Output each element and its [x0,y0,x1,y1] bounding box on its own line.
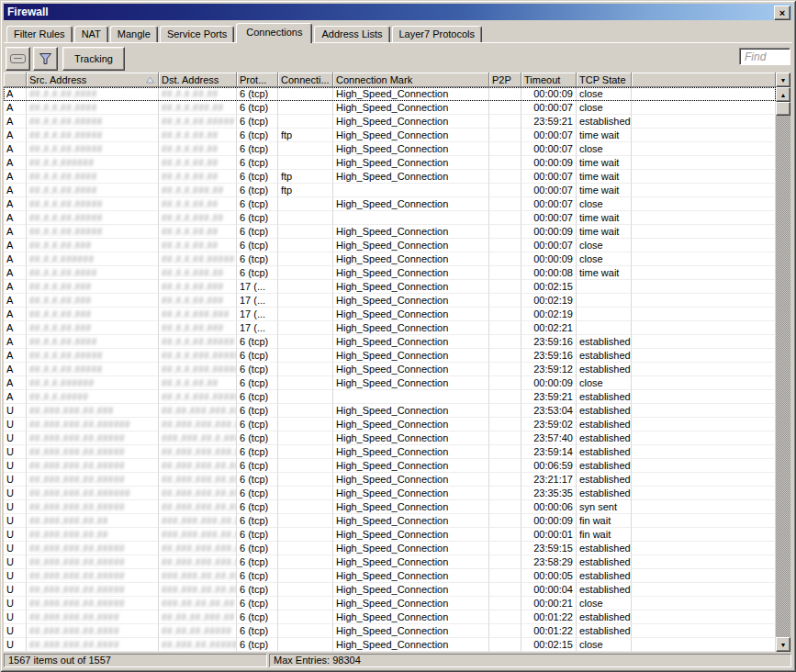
tab-layer7-protocols[interactable]: Layer7 Protocols [392,26,483,43]
redacted-address: ##.#.#.##.##### [29,213,103,223]
column-header-connection[interactable]: Connecti... [278,73,333,87]
column-header-proto[interactable]: Prot... [237,73,278,87]
tcp-state-cell: time wait [577,156,632,170]
tab-mangle[interactable]: Mangle [110,26,158,43]
column-header-tcp_state[interactable]: TCP State [577,73,632,87]
table-row[interactable]: A##.#.#.##.#####.#.#.##.###17 (...High_S… [4,294,776,308]
column-header-mark[interactable]: Connection Mark [333,73,489,87]
table-row[interactable]: U##.###.###.##.#######.###.###.###.#...6… [4,542,776,555]
connection-mark-cell: High_Speed_Connection [333,404,489,418]
table-row[interactable]: A##.#.#.##.#######.#.#.###.#####6 (tcp)H… [4,363,776,376]
tab-connections[interactable]: Connections [236,23,312,43]
p2p-cell [489,569,521,583]
table-row[interactable]: U##.###.###.##.#######.###.###.###.##6 (… [4,555,776,569]
redacted-address: ##.###.###.##.## [162,488,237,498]
connection-cell [278,349,333,363]
tab-filter-rules[interactable]: Filter Rules [6,26,73,43]
p2p-cell [489,459,521,473]
title-bar[interactable]: Firewall × [4,4,792,20]
table-row[interactable]: U##.###.###.##.########.###.###.##.##6 (… [4,487,776,500]
redacted-address: ##.#.#.##.##### [162,254,235,264]
table-row[interactable]: A##.#.#.##.######.#.#.##.##6 (tcp)High_S… [4,87,776,101]
table-row[interactable]: U##.###.###.##.#####.###.###.##.####6 (t… [4,528,776,542]
table-row[interactable]: A##.#.#.########.#.#.##.##6 (tcp)High_Sp… [4,156,776,170]
redacted-address: ##.#.#.##.##### [29,364,103,375]
redacted-address: ##.#.#.##.#### [29,268,97,278]
column-header-dst[interactable]: Dst. Address [159,73,237,87]
table-row[interactable]: U##.###.###.##.######.###.##.#####6 (tcp… [4,638,776,652]
scroll-down-button[interactable]: ▼ [776,637,790,652]
table-row[interactable]: U##.###.###.##.#####.##.###.###.#####6 (… [4,404,776,418]
tab-service-ports[interactable]: Service Ports [160,26,234,43]
src-address-cell: ##.###.###.##.#### [27,638,159,652]
tcp-state-cell: established [577,542,632,555]
table-row[interactable]: A##.#.#.##.#######.#.#.##.##6 (tcp)High_… [4,142,776,156]
status-items-count: 1567 items out of 1557 [4,654,267,667]
table-row[interactable]: U##.###.###.##.########.###.###.###.###6… [4,418,776,431]
table-row[interactable]: A##.#.#.#######.#.#.###.#####6 (tcp)23:5… [4,390,776,404]
scrollbar-thumb[interactable] [776,102,790,116]
table-row[interactable]: A##.#.#.##.#######.#.#.##.##6 (tcp)High_… [4,197,776,211]
table-row[interactable]: U##.###.###.##.########.###.##.##.##6 (t… [4,583,776,597]
tab-nat[interactable]: NAT [74,26,108,43]
filter-button[interactable] [33,47,58,71]
close-icon[interactable]: × [774,6,790,20]
table-row[interactable]: U##.###.###.##.#######.###.###.##.##6 (t… [4,500,776,514]
column-header-src[interactable]: Src. Address [27,73,159,87]
protocol-cell: 6 (tcp) [237,156,278,170]
find-input[interactable] [739,48,790,65]
table-row[interactable]: U##.###.###.##.#######.###.###.###.###6 … [4,445,776,459]
tcp-state-cell: established [577,487,632,500]
filler-cell [632,459,776,473]
table-row[interactable]: U##.###.###.##.######.##.##.###.##6 (tcp… [4,610,776,624]
table-row[interactable]: A##.#.#.##.#####.#.#.##.###17 (...High_S… [4,280,776,294]
table-row[interactable]: U##.###.###.##.#######.###.###.##.##6 (t… [4,473,776,487]
vertical-scrollbar[interactable]: ▼ ▲ ▼ [776,73,790,652]
connection-cell [278,252,333,266]
table-row[interactable]: A##.#.#.##.######.#.#.###.##6 (tcp)High_… [4,101,776,115]
table-row[interactable]: A##.#.#.##.#######.#.#.##.##6 (tcp)High_… [4,225,776,239]
table-row[interactable]: A##.#.#.########.#.#.##.##6 (tcp)High_Sp… [4,376,776,390]
protocol-cell: 6 (tcp) [237,610,278,624]
table-row[interactable]: U##.###.###.##.#######.###.###.##.##6 (t… [4,459,776,473]
column-menu-button[interactable]: ▼ [776,73,790,87]
table-row[interactable]: A##.#.#.##.#######.#.#.###.#####6 (tcp)H… [4,349,776,363]
table-row[interactable]: U##.###.###.##.#####.###.###.##.#####6 (… [4,514,776,528]
table-row[interactable]: U##.###.###.##.########.##.##.##.##6 (tc… [4,597,776,610]
tracking-button[interactable]: Tracking [62,47,125,71]
table-row[interactable]: A##.#.#.##.#####.#.#.##.###17 (...High_S… [4,321,776,335]
tab-bar: Filter RulesNATMangleService PortsConnec… [4,24,792,43]
table-row[interactable]: A##.#.#.##.#######.#.#.##.##6 (tcp)ftpHi… [4,129,776,142]
connection-cell: ftp [278,129,333,142]
table-row[interactable]: U##.###.###.##.########.###.##.##.##6 (t… [4,569,776,583]
p2p-cell [489,239,521,252]
redacted-address: ##.#.#.##.### [29,323,92,333]
connection-cell [278,115,333,129]
remove-button[interactable] [6,47,30,71]
table-row[interactable]: A##.#.#.##.######.#.#.###.##6 (tcp)ftp00… [4,184,776,197]
column-header-timeout[interactable]: Timeout [521,73,577,87]
redacted-address: ##.###.###.##.##### [29,461,125,471]
scroll-up-button[interactable]: ▲ [776,87,790,102]
table-row[interactable]: A##.#.#.##.#####.#.#.###.###17 (...High_… [4,308,776,321]
table-row[interactable]: U##.###.###.##.######.##.##.#####6 (tcp)… [4,624,776,638]
table-row[interactable]: A##.#.#.##.######.#.#.##.##6 (tcp)ftpHig… [4,170,776,184]
tcp-state-cell: established [577,115,632,129]
table-row[interactable]: A##.#.#.##.######.#.#.###.##6 (tcp)High_… [4,266,776,280]
tab-address-lists[interactable]: Address Lists [314,26,389,43]
src-address-cell: ##.#.#.##.#### [27,87,159,101]
table-row[interactable]: A##.#.#.##.#######.#.#.###.##6 (tcp)00:0… [4,211,776,225]
table-row[interactable]: A##.#.#.##.#####.#.#.##.##6 (tcp)High_Sp… [4,239,776,252]
table-row[interactable]: A##.#.#.##.#######.#.#.##.#####6 (tcp)Hi… [4,115,776,129]
connection-mark-cell: High_Speed_Connection [333,610,489,624]
redacted-address: ##.#.#.##.#### [29,89,97,99]
redacted-address: ##.###.###.###.### [162,447,237,457]
table-row[interactable]: A##.#.#.########.#.#.##.#####6 (tcp)High… [4,252,776,266]
column-header-filler[interactable] [632,73,776,87]
redacted-address: ##.#.#.##.##### [162,117,235,127]
table-row[interactable]: U##.###.###.##.########.###.##.#.####6 (… [4,431,776,445]
table-row[interactable]: A##.#.#.##.######.#.#.##.#####6 (tcp)Hig… [4,335,776,349]
column-header-flag[interactable] [4,73,27,87]
dst-address-cell: ##.###.###.##.## [159,459,237,473]
column-header-p2p[interactable]: P2P [489,73,521,87]
